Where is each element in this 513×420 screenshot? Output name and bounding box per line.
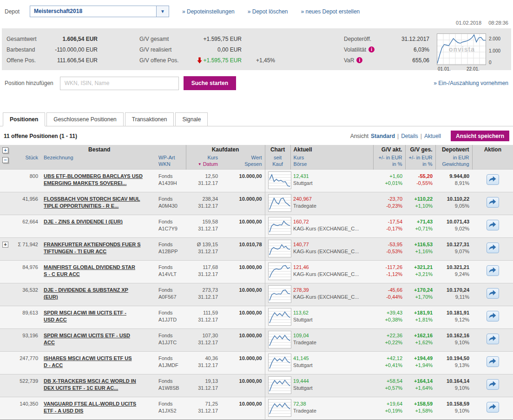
depot-settings-link[interactable]: » Depoteinstellungen bbox=[182, 8, 235, 15]
action-button[interactable] bbox=[487, 402, 499, 413]
action-button[interactable] bbox=[487, 197, 499, 208]
action-button[interactable] bbox=[487, 265, 499, 276]
info-icon[interactable]: i bbox=[356, 57, 362, 63]
depot-delete-link[interactable]: » Depot löschen bbox=[248, 8, 288, 15]
depotwert-cell: 9.944,808,91% bbox=[435, 170, 472, 192]
col-stueck[interactable]: Stück bbox=[13, 154, 41, 170]
col-aktion: Aktion bbox=[472, 145, 513, 154]
aktion-cell bbox=[472, 374, 513, 397]
stueck-cell: 247,770 bbox=[13, 352, 41, 374]
gv-akt-cell: +42,12+0,41% bbox=[373, 352, 405, 374]
expand-cell bbox=[0, 352, 13, 374]
col-gv-ges-sub[interactable]: +/- in EURin % bbox=[405, 154, 435, 170]
aktuell-cell: 240,967Tradegate bbox=[290, 192, 373, 215]
sparkline-chart bbox=[268, 308, 291, 326]
view-aktuell[interactable]: Aktuell bbox=[424, 133, 441, 139]
name-cell: FRANKFURTER AKTIENFONDS FUER STIFTUNGEN … bbox=[41, 238, 156, 261]
expand-cell bbox=[0, 374, 13, 397]
aktuell-cell: 12,431Stuttgart bbox=[290, 170, 373, 192]
forward-arrow-icon bbox=[488, 381, 497, 389]
search-button[interactable]: Suche starten bbox=[184, 76, 236, 90]
depotwert-cell: 10.181,919,12% bbox=[435, 306, 472, 329]
wpart-cell: FondsA1JMDF bbox=[156, 352, 186, 374]
col-wert-spesen[interactable]: WertSpesen bbox=[221, 154, 265, 170]
depot-select[interactable]: Meisterschaft2018 ▼ bbox=[30, 6, 169, 17]
table-header: + − Bestand Kaufdaten Chart Aktuell G/V … bbox=[0, 145, 513, 170]
col-depotwert-sub[interactable]: in EURGewichtung bbox=[435, 154, 472, 170]
aktion-cell bbox=[472, 170, 513, 192]
expand-all-icon[interactable]: + bbox=[2, 147, 8, 153]
position-name-link[interactable]: UBS ETF-BLOOMBERG BARCLAYS USDEMERGING M… bbox=[44, 173, 143, 186]
kaufkurs-cell: 238,3431.12.17 bbox=[186, 192, 221, 215]
summary-value: +1.595,75 EUR bbox=[204, 57, 242, 64]
col-wpart-wkn[interactable]: WP-ArtWKN bbox=[156, 154, 186, 170]
x-tick: 01.01. bbox=[438, 66, 451, 72]
collapse-all-icon[interactable]: − bbox=[2, 157, 8, 163]
position-name-link[interactable]: DJE - DIVIDENDE & SUBSTANZ XP(EUR) bbox=[44, 287, 128, 300]
summary-value: +1.595,75 EUR bbox=[190, 36, 242, 42]
stueck-cell: 84,976 bbox=[13, 261, 41, 283]
depot-create-link[interactable]: » neues Depot erstellen bbox=[301, 8, 360, 15]
kaufkurs-cell: 111,5931.12.17 bbox=[186, 306, 221, 329]
col-akt-kurs-boerse[interactable]: KursBörse bbox=[290, 154, 373, 170]
position-row: 41,956FLOSSBACH VON STORCH SICAV MULTIPL… bbox=[0, 192, 513, 215]
action-button[interactable] bbox=[487, 311, 499, 322]
position-name-link[interactable]: MAINFIRST GLOBAL DIVIDEND STARS - C EUR … bbox=[44, 264, 135, 277]
tab-geschlossene-positionen[interactable]: Geschlossene Positionen bbox=[46, 112, 123, 126]
col-gv-akt-sub[interactable]: +/- in EURin % bbox=[373, 154, 405, 170]
col-bezeichnung[interactable]: Bezeichnung bbox=[41, 154, 156, 170]
position-name-link[interactable]: SPDR MSCI ACWI IMI UCITS ETF -USD ACC bbox=[44, 310, 126, 322]
col-kurs-datum[interactable]: Kurs ▼Datum bbox=[186, 154, 221, 170]
view-standard[interactable]: Standard bbox=[371, 133, 395, 139]
action-button[interactable] bbox=[487, 379, 499, 390]
position-name-link[interactable]: DJE - ZINS & DIVIDENDE I (EUR) bbox=[44, 219, 123, 224]
gv-ges-cell: +71,43+0,71% bbox=[405, 215, 435, 238]
summary-label: G/V realisiert bbox=[139, 46, 190, 53]
summary-value: 1.606,54 EUR bbox=[47, 36, 98, 42]
aktuell-cell: 109,04Tradegate bbox=[290, 329, 373, 352]
chevron-down-icon[interactable]: ▼ bbox=[156, 6, 169, 17]
aktion-cell bbox=[472, 261, 513, 283]
info-icon[interactable]: i bbox=[368, 46, 375, 52]
position-name-link[interactable]: VANGUARD FTSE ALL-WORLD UCITSETF - A USD… bbox=[44, 401, 136, 413]
wpart-cell: FondsA0F567 bbox=[156, 283, 186, 306]
gv-ges-cell: +321,21+3,21% bbox=[405, 261, 435, 283]
sort-desc-icon[interactable]: ▼ bbox=[198, 162, 202, 166]
position-name-link[interactable]: SPDR MSCI ACWI UCITS ETF - USDACC bbox=[44, 333, 130, 345]
summary-value: 6,03% bbox=[388, 46, 429, 53]
position-name-link[interactable]: ISHARES MSCI ACWI UCITS ETF USD - ACC bbox=[44, 355, 132, 368]
position-name-link[interactable]: DB X-TRACKERS MSCI AC WORLD INDEX UCITS … bbox=[44, 378, 136, 391]
aktuell-cell: 113,62Stuttgart bbox=[290, 306, 373, 329]
summary-label: G/V offene Pos. bbox=[139, 57, 190, 64]
action-button[interactable] bbox=[487, 288, 499, 299]
action-button[interactable] bbox=[487, 356, 499, 367]
aktuell-cell: 278,39KAG-Kurs (EXCHANGE_C... bbox=[290, 283, 373, 306]
col-seit-kauf: seit Kauf bbox=[265, 154, 290, 170]
action-button[interactable] bbox=[487, 334, 499, 344]
aktion-cell bbox=[472, 352, 513, 374]
chart-cell bbox=[265, 306, 290, 329]
view-details[interactable]: Details bbox=[401, 133, 418, 139]
x-tick: 22.01. bbox=[467, 66, 480, 72]
tab-positionen[interactable]: Positionen bbox=[3, 112, 45, 126]
tab-transaktionen[interactable]: Transaktionen bbox=[125, 112, 174, 126]
tab-signale[interactable]: Signale bbox=[175, 112, 208, 126]
action-button[interactable] bbox=[487, 174, 499, 185]
position-row: 93,196SPDR MSCI ACWI UCITS ETF - USDACCF… bbox=[0, 329, 513, 352]
action-button[interactable] bbox=[487, 220, 499, 230]
deposit-withdrawal-link[interactable]: » Ein-/Auszahlung vornehmen bbox=[434, 80, 508, 86]
action-button[interactable] bbox=[487, 243, 499, 253]
expand-row-icon[interactable]: + bbox=[2, 242, 8, 248]
chart-cell bbox=[265, 261, 290, 283]
sparkline-chart bbox=[268, 399, 291, 417]
aktion-cell bbox=[472, 192, 513, 215]
gv-ges-cell: +170,24+1,70% bbox=[405, 283, 435, 306]
name-cell: DJE - ZINS & DIVIDENDE I (EUR) bbox=[41, 215, 156, 238]
position-name-link[interactable]: FLOSSBACH VON STORCH SICAV MULTIPLE OPPO… bbox=[44, 196, 140, 209]
position-name-link[interactable]: FRANKFURTER AKTIENFONDS FUER STIFTUNGEN … bbox=[44, 242, 141, 254]
stueck-cell: 800 bbox=[13, 170, 41, 192]
forward-arrow-icon bbox=[488, 358, 497, 366]
save-view-button[interactable]: Ansicht speichern bbox=[451, 131, 509, 141]
search-input[interactable] bbox=[60, 77, 179, 90]
forward-arrow-icon bbox=[488, 312, 497, 321]
